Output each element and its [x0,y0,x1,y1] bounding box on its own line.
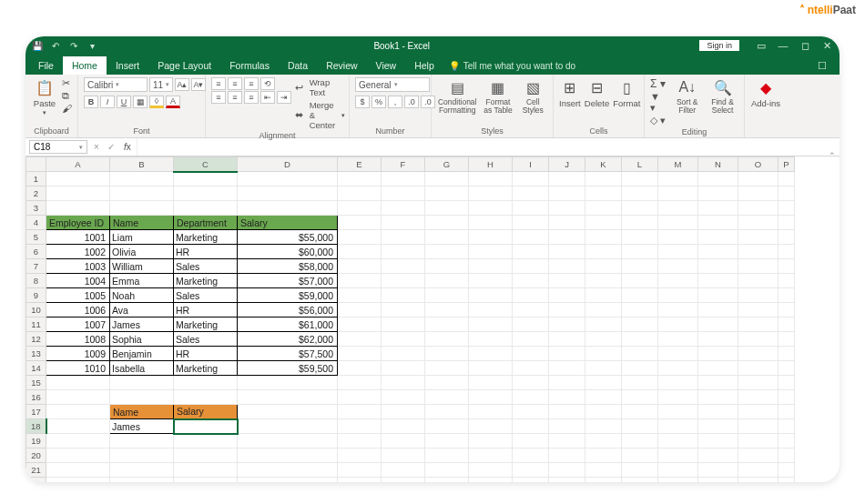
font-color-button[interactable]: A [166,96,180,108]
row-header-9[interactable]: 9 [26,288,46,303]
row-header-8[interactable]: 8 [26,274,46,288]
cell-P8[interactable] [778,274,795,288]
cell-M14[interactable] [658,361,698,376]
cell-B13[interactable]: Benjamin [110,347,174,361]
cell-G16[interactable] [425,390,469,405]
cell-A2[interactable] [46,186,110,201]
align-top-icon[interactable]: ≡ [211,77,226,90]
tab-help[interactable]: Help [405,56,443,75]
cell-O7[interactable] [738,259,778,274]
cell-C22[interactable] [174,478,238,483]
cell-N8[interactable] [698,274,738,288]
cell-E22[interactable] [338,478,382,483]
align-right-icon[interactable]: ≡ [244,91,259,104]
cell-D2[interactable] [238,186,338,201]
cell-D9[interactable]: $59,000 [238,288,338,303]
formula-input[interactable] [137,138,840,156]
cell-H7[interactable] [469,259,513,274]
cell-N12[interactable] [698,332,738,347]
cell-E10[interactable] [338,303,382,318]
align-bottom-icon[interactable]: ≡ [244,77,259,90]
cell-J15[interactable] [549,376,585,390]
cell-F15[interactable] [382,376,425,390]
cell-K4[interactable] [585,216,622,230]
cell-J2[interactable] [549,186,585,201]
cell-C16[interactable] [174,390,238,405]
cell-G7[interactable] [425,259,469,274]
cell-O8[interactable] [738,274,778,288]
cell-H6[interactable] [469,245,513,259]
cell-M13[interactable] [658,347,698,361]
cell-C21[interactable] [174,463,238,478]
cell-N22[interactable] [698,478,738,483]
cell-D5[interactable]: $55,000 [238,230,338,245]
cell-L21[interactable] [622,463,658,478]
tab-file[interactable]: File [29,56,63,75]
cell-M8[interactable] [658,274,698,288]
cell-H19[interactable] [469,434,513,449]
cell-I7[interactable] [513,259,549,274]
row-header-5[interactable]: 5 [26,230,46,245]
clear-icon[interactable]: ◇ ▾ [650,115,667,126]
cell-N21[interactable] [698,463,738,478]
cell-P10[interactable] [778,303,795,318]
cell-J16[interactable] [549,390,585,405]
cell-K2[interactable] [585,186,622,201]
cell-G9[interactable] [425,288,469,303]
cell-D21[interactable] [238,463,338,478]
cell-I20[interactable] [513,449,549,463]
cell-H20[interactable] [469,449,513,463]
cell-N17[interactable] [698,405,738,419]
cell-B20[interactable] [110,449,174,463]
cell-O6[interactable] [738,245,778,259]
cell-H13[interactable] [469,347,513,361]
cell-M6[interactable] [658,245,698,259]
cell-L12[interactable] [622,332,658,347]
cell-G10[interactable] [425,303,469,318]
cell-P4[interactable] [778,216,795,230]
cell-M3[interactable] [658,201,698,216]
cell-K7[interactable] [585,259,622,274]
cell-M1[interactable] [658,172,698,186]
cell-G8[interactable] [425,274,469,288]
cell-K19[interactable] [585,434,622,449]
cell-H14[interactable] [469,361,513,376]
comma-icon[interactable]: , [388,96,402,108]
cell-O21[interactable] [738,463,778,478]
cell-F20[interactable] [382,449,425,463]
cell-I17[interactable] [513,405,549,419]
cell-O1[interactable] [738,172,778,186]
cell-E20[interactable] [338,449,382,463]
cell-F9[interactable] [382,288,425,303]
tab-formulas[interactable]: Formulas [220,56,279,75]
cell-H18[interactable] [469,419,513,434]
cell-P2[interactable] [778,186,795,201]
accounting-icon[interactable]: $ [355,96,370,108]
cell-M11[interactable] [658,318,698,332]
cell-L7[interactable] [622,259,658,274]
grow-font-icon[interactable]: A▴ [175,78,189,91]
cell-P22[interactable] [778,478,795,483]
cell-P5[interactable] [778,230,795,245]
cell-I16[interactable] [513,390,549,405]
qat-customize-icon[interactable]: ▾ [86,39,98,52]
cell-C19[interactable] [174,434,238,449]
cell-C5[interactable]: Marketing [174,230,238,245]
cell-M7[interactable] [658,259,698,274]
cancel-formula-icon[interactable]: × [89,142,104,152]
col-header-L[interactable]: L [622,157,658,172]
cell-B21[interactable] [110,463,174,478]
row-header-13[interactable]: 13 [26,347,46,361]
cell-F22[interactable] [382,478,425,483]
col-header-F[interactable]: F [382,157,425,172]
cell-C13[interactable]: HR [174,347,238,361]
cell-K1[interactable] [585,172,622,186]
cell-O14[interactable] [738,361,778,376]
cell-D20[interactable] [238,449,338,463]
cell-C18[interactable] [174,419,238,434]
row-header-11[interactable]: 11 [26,318,46,332]
cell-N19[interactable] [698,434,738,449]
cell-M20[interactable] [658,449,698,463]
cell-M12[interactable] [658,332,698,347]
col-header-E[interactable]: E [338,157,382,172]
